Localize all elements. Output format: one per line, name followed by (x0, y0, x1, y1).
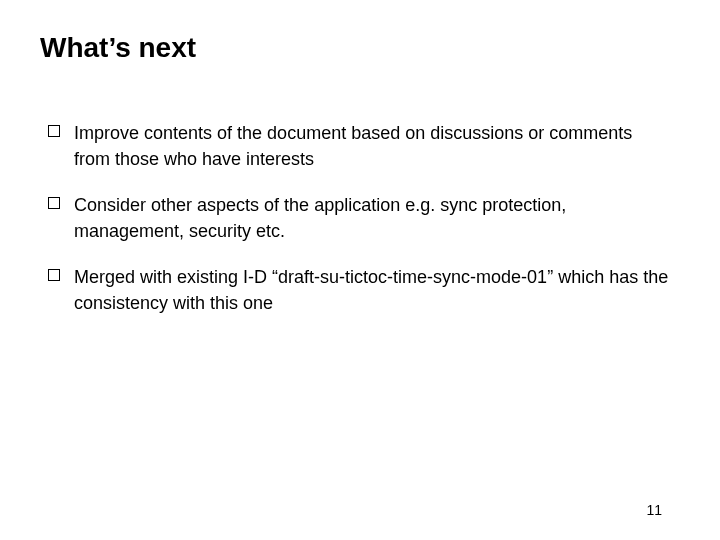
bullet-text: Improve contents of the document based o… (74, 120, 672, 172)
page-number: 11 (646, 502, 662, 518)
content-area: Improve contents of the document based o… (48, 120, 672, 337)
square-bullet-icon (48, 197, 60, 209)
list-item: Consider other aspects of the applicatio… (48, 192, 672, 244)
square-bullet-icon (48, 125, 60, 137)
bullet-text: Merged with existing I-D “draft-su-ticto… (74, 264, 672, 316)
square-bullet-icon (48, 269, 60, 281)
page-title: What’s next (40, 32, 196, 64)
slide: What’s next Improve contents of the docu… (0, 0, 720, 540)
list-item: Merged with existing I-D “draft-su-ticto… (48, 264, 672, 316)
bullet-text: Consider other aspects of the applicatio… (74, 192, 672, 244)
list-item: Improve contents of the document based o… (48, 120, 672, 172)
